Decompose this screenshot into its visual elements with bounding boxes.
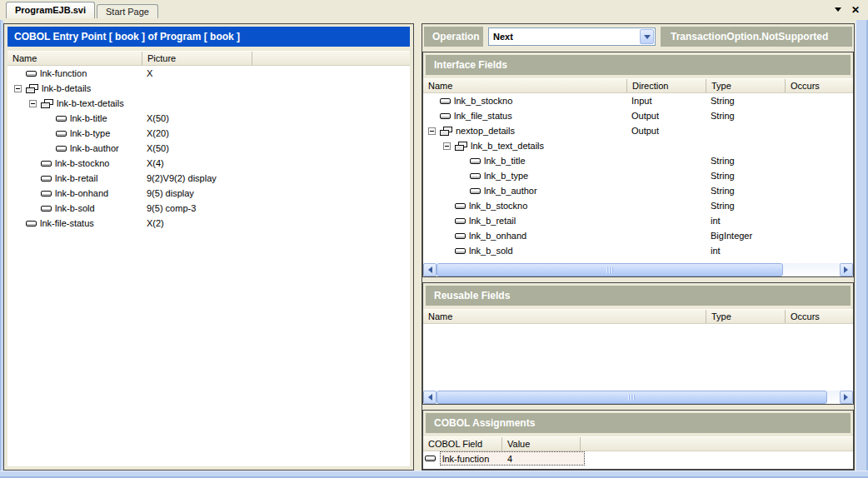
tree-item-label: lnk_file_status	[454, 111, 512, 121]
scrollbar-thumb[interactable]	[436, 263, 783, 276]
collapse-expander-icon[interactable]	[29, 100, 37, 107]
scrollbar-track[interactable]	[436, 263, 840, 276]
collapse-expander-icon[interactable]	[428, 127, 436, 135]
tree-value-cell: Output	[626, 123, 706, 138]
leaf-field-icon	[56, 146, 67, 152]
table-row[interactable]: lnk_b_typeString	[423, 168, 853, 183]
cell-text: Output	[626, 111, 659, 121]
cell-text: BigInteger	[706, 231, 752, 241]
close-icon[interactable]: ✕	[851, 5, 860, 15]
table-row[interactable]: lnk-b-onhand9(5) display	[7, 186, 410, 201]
leaf-field-icon	[455, 233, 466, 239]
table-row[interactable]: lnk_b_stocknoString	[423, 198, 853, 213]
collapse-expander-icon[interactable]	[443, 142, 451, 150]
table-row[interactable]: nextop_detailsOutput	[423, 123, 853, 138]
interface-fields-hscrollbar[interactable]	[423, 263, 853, 276]
tree-value-cell: X(2)	[142, 216, 252, 231]
tree-name-cell: lnk-b-text-details	[7, 96, 142, 111]
tree-value-cell: X(4)	[142, 156, 252, 171]
tree-value-cell	[626, 183, 706, 198]
combo-dropdown-button[interactable]	[640, 29, 654, 44]
leaf-field-icon	[26, 71, 37, 77]
scroll-right-button[interactable]	[840, 391, 853, 404]
tree-name-cell: lnk-b-details	[7, 81, 142, 96]
cell-text: String	[706, 201, 735, 211]
column-header-name: Name	[7, 52, 142, 65]
tab-list-dropdown-icon[interactable]	[835, 7, 841, 15]
leaf-field-icon	[440, 98, 451, 104]
leaf-field-icon	[470, 158, 481, 164]
column-header-occurs: Occurs	[785, 79, 853, 92]
tree-value-cell	[785, 138, 853, 153]
tree-value-cell: int	[706, 213, 785, 228]
table-row[interactable]: lnk_b_onhandBigInteger	[423, 228, 853, 243]
table-row[interactable]: lnk_b_text_details	[423, 138, 853, 153]
tree-value-cell	[626, 243, 706, 258]
tree-value-cell	[252, 201, 410, 216]
column-header-occurs: Occurs	[785, 310, 853, 323]
operation-selected-value: Next	[489, 32, 513, 42]
arrow-right-icon	[844, 394, 851, 401]
collapse-expander-icon[interactable]	[14, 85, 22, 92]
assignment-value[interactable]: 4	[501, 454, 512, 464]
table-row[interactable]: lnk_b_stocknoInputString	[423, 93, 853, 108]
cell-text: String	[706, 186, 735, 196]
operation-combobox[interactable]: Next	[488, 27, 656, 46]
reusable-fields-hscrollbar[interactable]	[423, 391, 853, 404]
table-row[interactable]: lnk_b_authorString	[423, 183, 853, 198]
cell-text: int	[706, 246, 721, 256]
tree-item-label: lnk-b-type	[70, 128, 110, 138]
table-row[interactable]: lnk-b-titleX(50)	[7, 111, 410, 126]
leaf-field-icon	[26, 221, 37, 227]
table-row[interactable]: lnk-b-text-details	[7, 96, 410, 111]
leaf-field-icon	[440, 113, 451, 119]
tree-name-cell: lnk_b_stockno	[423, 93, 626, 108]
table-row[interactable]: lnk_b_soldint	[423, 243, 853, 258]
scrollbar-track[interactable]	[436, 391, 840, 404]
tab-programejb-svi[interactable]: ProgramEJB.svi	[6, 2, 95, 18]
tree-value-cell	[252, 126, 410, 141]
table-row[interactable]: lnk-function4	[423, 451, 853, 466]
tree-name-cell: lnk_b_sold	[423, 243, 626, 258]
tree-item-label: lnk-file-status	[40, 218, 94, 228]
tree-item-label: lnk_b_retail	[469, 216, 516, 226]
tab-start-page[interactable]: Start Page	[97, 4, 158, 18]
cell-text: X(50)	[142, 113, 169, 123]
tree-value-cell	[626, 138, 706, 153]
table-row[interactable]: lnk-b-retail9(2)V9(2) display	[7, 171, 410, 186]
table-row[interactable]: lnk_b_titleString	[423, 153, 853, 168]
entry-point-column-header: Name Picture	[7, 51, 410, 66]
scroll-left-button[interactable]	[423, 263, 436, 276]
scroll-right-button[interactable]	[840, 263, 853, 276]
tree-name-cell: lnk_b_type	[423, 168, 626, 183]
tree-name-cell: lnk-function	[7, 66, 142, 81]
tree-value-cell	[785, 153, 853, 168]
table-row[interactable]: lnk-b-sold9(5) comp-3	[7, 201, 410, 216]
table-row[interactable]: lnk-b-stocknoX(4)	[7, 156, 410, 171]
group-field-icon	[26, 84, 38, 93]
table-row[interactable]: lnk-file-statusX(2)	[7, 216, 410, 231]
tree-value-cell: X(20)	[142, 126, 252, 141]
table-row[interactable]: lnk-functionX	[7, 66, 410, 81]
tree-item-label: lnk-b-stockno	[55, 158, 109, 168]
selected-assignment-row[interactable]: lnk-function4	[440, 451, 585, 466]
application-window: ProgramEJB.svi Start Page ✕ COBOL Entry …	[0, 0, 868, 478]
table-row[interactable]: lnk-b-authorX(50)	[7, 141, 410, 156]
tree-value-cell	[252, 186, 410, 201]
leaf-field-icon	[470, 173, 481, 179]
cell-text: int	[706, 216, 721, 226]
tree-value-cell: String	[706, 168, 785, 183]
tree-value-cell: X(50)	[142, 141, 252, 156]
tree-name-cell: lnk-b-author	[7, 141, 142, 156]
tree-item-label: lnk-b-text-details	[57, 98, 124, 108]
table-row[interactable]: lnk-b-typeX(20)	[7, 126, 410, 141]
scrollbar-thumb[interactable]	[436, 391, 827, 404]
leaf-field-icon	[41, 176, 52, 182]
table-row[interactable]: lnk_b_retailint	[423, 213, 853, 228]
tree-value-cell	[252, 141, 410, 156]
scroll-left-button[interactable]	[423, 391, 436, 404]
column-header-direction: Direction	[626, 79, 706, 92]
table-row[interactable]: lnk-b-details	[7, 81, 410, 96]
table-row[interactable]: lnk_file_statusOutputString	[423, 108, 853, 123]
column-header-value: Value	[501, 437, 580, 451]
